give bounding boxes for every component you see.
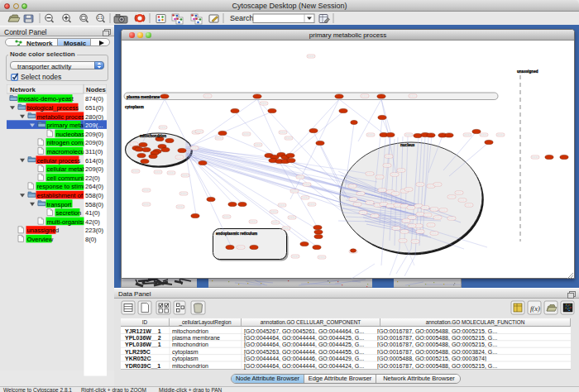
svg-text:cellular process: cellular process (37, 157, 81, 165)
svg-text:nitrogen compo: nitrogen compo (47, 139, 90, 146)
svg-text:establishment of lo: establishment of lo (37, 192, 89, 199)
svg-text:209(0): 209(0) (85, 139, 103, 146)
svg-text:Nodes: Nodes (86, 86, 106, 93)
svg-text:209(0): 209(0) (85, 131, 103, 138)
svg-text:endoplasmic reticulum: endoplasmic reticulum (216, 232, 257, 236)
svg-text:8(0): 8(0) (85, 236, 97, 243)
svg-text:223(0): 223(0) (85, 227, 103, 234)
svg-text:plasma membrane: plasma membrane (127, 95, 160, 99)
svg-text:macromolecule: macromolecule (47, 148, 90, 155)
svg-text:mosaic-demo-yeast: mosaic-demo-yeast (19, 95, 74, 103)
svg-text:unassigned: unassigned (27, 227, 60, 234)
svg-text:response to stimulu: response to stimulu (37, 183, 92, 190)
svg-text:Search:: Search: (230, 14, 256, 22)
svg-text:1:1: 1:1 (98, 16, 103, 20)
svg-text:secretion: secretion (56, 209, 82, 217)
svg-text:311(0): 311(0) (85, 148, 103, 155)
svg-text:42(0): 42(0) (85, 218, 100, 226)
svg-text:280(0): 280(0) (85, 113, 103, 121)
svg-text:209(0): 209(0) (85, 165, 103, 173)
svg-text:mitochondrion: mitochondrion (140, 134, 166, 138)
svg-text:Overview: Overview (27, 236, 54, 243)
svg-text:unassigned: unassigned (517, 69, 538, 74)
svg-text:22(0): 22(0) (85, 174, 100, 182)
svg-text:558(0): 558(0) (85, 201, 103, 208)
svg-text:cytoplasm: cytoplasm (125, 105, 144, 109)
svg-text:651(0): 651(0) (85, 104, 103, 112)
svg-text:f(x): f(x) (530, 304, 540, 313)
svg-text:874(0): 874(0) (85, 95, 103, 103)
svg-text:Network: Network (10, 86, 36, 93)
svg-text:metabolic process: metabolic process (37, 113, 88, 121)
svg-text:41(0): 41(0) (85, 209, 100, 217)
svg-text:primary metabo: primary metabo (47, 122, 91, 129)
svg-text:614(0): 614(0) (85, 157, 103, 165)
svg-text:264(0): 264(0) (85, 183, 103, 190)
svg-text:nucleus: nucleus (400, 143, 415, 147)
svg-text:209(...: 209(... (85, 122, 103, 129)
svg-text:cellular metabo: cellular metabo (47, 165, 90, 173)
svg-text:transport: transport (47, 201, 73, 208)
svg-text:558(0): 558(0) (85, 192, 103, 199)
svg-text:biological_process: biological_process (27, 104, 79, 112)
